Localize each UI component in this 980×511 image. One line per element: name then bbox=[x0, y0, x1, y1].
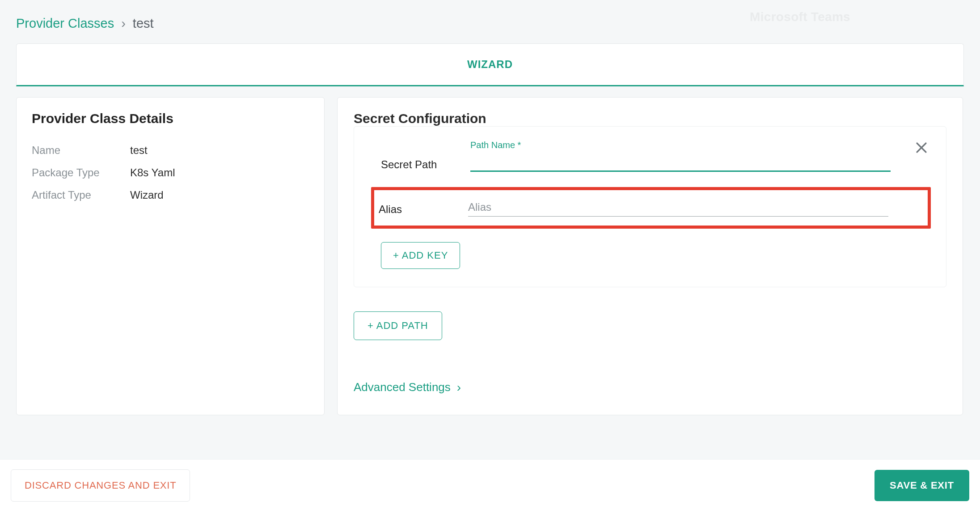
detail-package-label: Package Type bbox=[32, 166, 130, 179]
details-title: Provider Class Details bbox=[32, 111, 309, 126]
path-name-input[interactable] bbox=[470, 153, 891, 172]
secret-path-label: Secret Path bbox=[381, 158, 470, 172]
breadcrumb-root-link[interactable]: Provider Classes bbox=[16, 16, 114, 31]
add-path-button[interactable]: + ADD PATH bbox=[354, 311, 442, 340]
tab-wizard[interactable]: WIZARD bbox=[467, 58, 513, 71]
close-icon[interactable] bbox=[914, 140, 929, 155]
watermark-text: Microsoft Teams bbox=[750, 10, 850, 24]
path-name-floating-label: Path Name * bbox=[470, 140, 521, 150]
save-exit-button[interactable]: SAVE & EXIT bbox=[874, 470, 969, 501]
secret-configuration-panel: Secret Configuration Secret Path Path Na… bbox=[337, 97, 963, 415]
secret-path-group: Secret Path Path Name * Alias + ADD KEY bbox=[354, 126, 946, 287]
breadcrumb-separator: › bbox=[121, 16, 126, 31]
tab-bar: WIZARD bbox=[16, 43, 964, 86]
detail-name-label: Name bbox=[32, 144, 130, 157]
breadcrumb-current: test bbox=[133, 16, 154, 31]
alias-row: Alias bbox=[379, 199, 916, 217]
detail-row-package: Package Type K8s Yaml bbox=[32, 166, 309, 179]
detail-row-artifact: Artifact Type Wizard bbox=[32, 189, 309, 201]
detail-package-value: K8s Yaml bbox=[130, 166, 175, 179]
secret-config-title: Secret Configuration bbox=[354, 111, 946, 126]
footer-bar: DISCARD CHANGES AND EXIT SAVE & EXIT bbox=[0, 459, 980, 511]
provider-class-details-panel: Provider Class Details Name test Package… bbox=[16, 97, 325, 415]
alias-highlight-box: Alias bbox=[371, 187, 931, 229]
detail-artifact-label: Artifact Type bbox=[32, 189, 130, 201]
alias-label: Alias bbox=[379, 203, 468, 217]
detail-row-name: Name test bbox=[32, 144, 309, 157]
detail-name-value: test bbox=[130, 144, 148, 157]
chevron-right-icon: › bbox=[457, 381, 461, 394]
add-key-button[interactable]: + ADD KEY bbox=[381, 242, 460, 269]
secret-path-row: Secret Path Path Name * bbox=[381, 153, 919, 172]
detail-artifact-value: Wizard bbox=[130, 189, 164, 201]
advanced-settings-label: Advanced Settings bbox=[354, 380, 451, 394]
alias-input[interactable] bbox=[468, 199, 888, 217]
advanced-settings-toggle[interactable]: Advanced Settings › bbox=[354, 380, 461, 394]
discard-button[interactable]: DISCARD CHANGES AND EXIT bbox=[11, 469, 190, 502]
